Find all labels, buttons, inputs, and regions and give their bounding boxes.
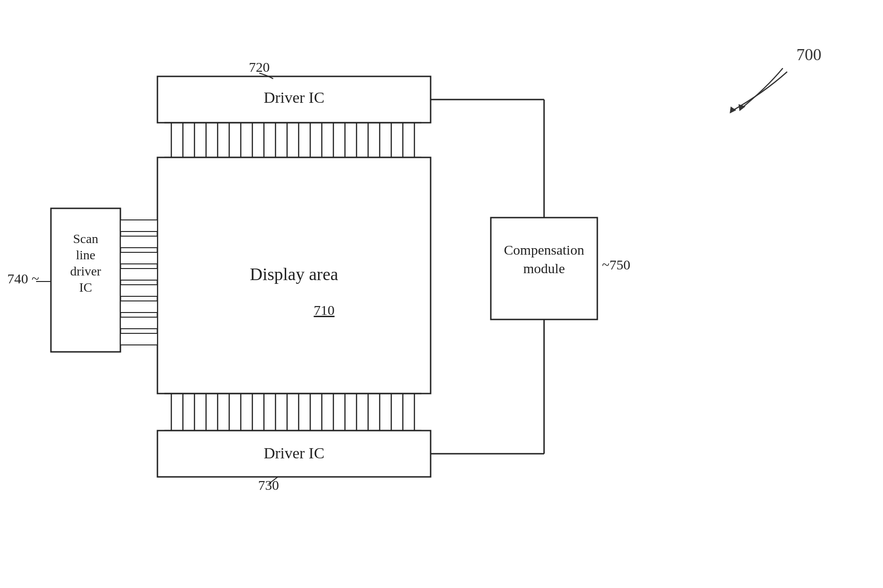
scan-line-driver-label: Scan — [73, 231, 98, 246]
figure-number: 700 — [796, 45, 821, 64]
top-driver-ref: 720 — [249, 59, 270, 75]
display-area-label: Display area — [250, 264, 338, 284]
comp-module-ref: ~750 — [602, 257, 630, 272]
svg-rect-64 — [120, 333, 157, 345]
display-area-ref: 710 — [314, 302, 335, 318]
scan-driver-ref: 740 ~ — [7, 271, 39, 286]
bottom-driver-ref: 730 — [258, 477, 279, 493]
diagram-container: 700 Driver IC 720 — [0, 0, 883, 588]
svg-rect-58 — [120, 236, 157, 248]
svg-rect-63 — [120, 317, 157, 329]
scan-line-driver-label3: driver — [70, 264, 102, 278]
svg-rect-60 — [120, 269, 157, 280]
bottom-driver-label: Driver IC — [263, 444, 324, 462]
comp-module-label2: module — [523, 261, 565, 276]
svg-rect-62 — [120, 301, 157, 313]
svg-rect-57 — [120, 220, 157, 231]
svg-rect-59 — [120, 252, 157, 264]
scan-line-driver-label2: line — [76, 248, 95, 262]
top-driver-label: Driver IC — [263, 89, 324, 106]
scan-line-driver-label4: IC — [79, 280, 92, 294]
comp-module-label1: Compensation — [504, 242, 584, 257]
svg-rect-61 — [120, 285, 157, 296]
